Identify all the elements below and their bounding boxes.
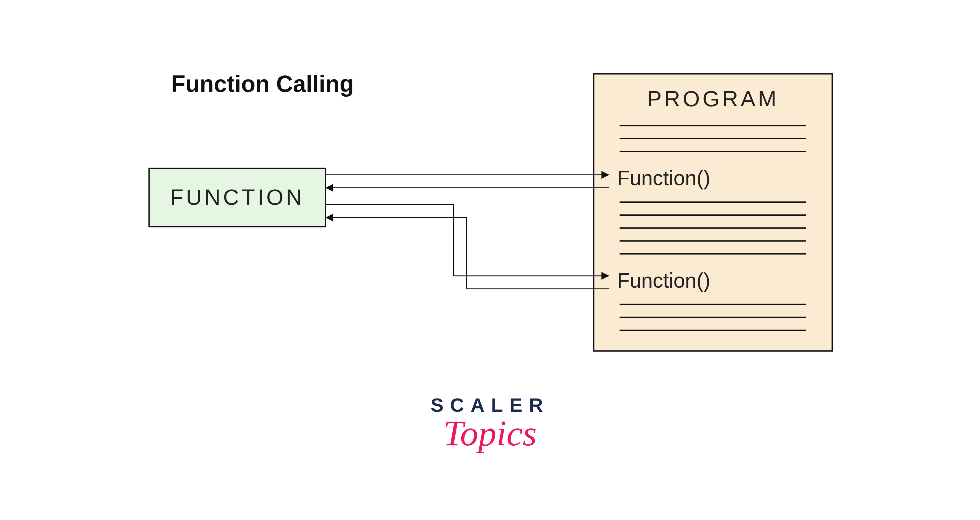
svg-marker-14 [325, 184, 333, 192]
svg-marker-16 [325, 214, 333, 221]
program-box-label: PROGRAM [647, 86, 779, 111]
brand-primary-text: SCALER [431, 394, 549, 416]
program-call-1-label: Function() [617, 166, 710, 189]
diagram-canvas: Function Calling FUNCTION PROGRAM Functi… [0, 0, 980, 520]
program-call-2-label: Function() [617, 269, 710, 292]
program-box [593, 74, 832, 351]
connector-call-1 [325, 171, 609, 192]
brand-secondary-text: Topics [443, 413, 536, 453]
brand-logo: SCALER Topics [431, 394, 549, 453]
connector-call-2 [325, 205, 609, 289]
diagram-title: Function Calling [171, 71, 354, 97]
function-box-label: FUNCTION [170, 185, 305, 209]
